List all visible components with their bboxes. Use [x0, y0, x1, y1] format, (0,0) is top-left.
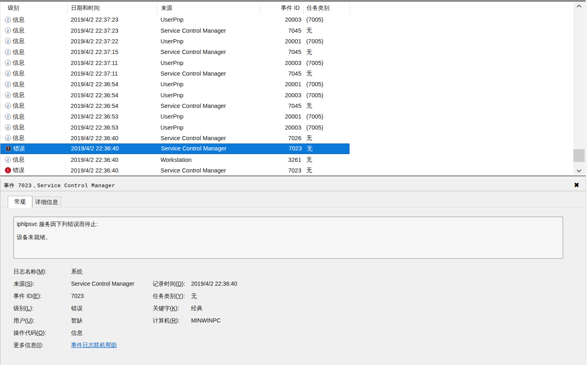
event-id: 7023 [260, 143, 302, 153]
property-label-text: 事件 ID( [13, 293, 34, 299]
table-row[interactable]: i信息2019/4/2 22:37:15Service Control Mana… [0, 47, 350, 57]
property-value: 暂缺 [71, 317, 82, 325]
table-row[interactable]: i信息2019/4/2 22:36:53UserPnp20001(7005) [0, 111, 350, 122]
table-row[interactable]: i信息2019/4/2 22:37:11UserPnp20003(7005) [0, 57, 350, 68]
property-label-text: 计算机( [153, 317, 172, 324]
event-id: 20001 [260, 111, 301, 122]
property-label-text: 级别( [13, 305, 27, 311]
table-row[interactable]: !错误2019/4/2 22:36:40Service Control Mana… [0, 165, 350, 176]
event-task: (7005) [306, 14, 349, 25]
close-detail-pane-button[interactable]: ✖ [571, 181, 582, 190]
event-source: Service Control Manager [160, 133, 258, 143]
property-label: 操作代码(O): [13, 329, 46, 337]
tab-general[interactable]: 常规 [8, 196, 32, 208]
property-label: 用户(U): [13, 317, 34, 325]
event-task: 无 [306, 154, 349, 165]
event-datetime: 2019/4/2 22:37:15 [71, 47, 158, 57]
event-id: 20003 [260, 122, 301, 132]
column-header-task[interactable]: 任务类别 [307, 4, 330, 12]
event-datetime: 2019/4/2 22:36:40 [71, 143, 159, 153]
scroll-down-button[interactable] [573, 168, 585, 175]
table-row[interactable]: !错误2019/4/2 22:36:40Service Control Mana… [0, 143, 350, 154]
scroll-up-button[interactable] [573, 2, 585, 9]
event-source: UserPnp [160, 79, 258, 90]
table-row[interactable]: i信息2019/4/2 22:37:11Service Control Mana… [0, 68, 350, 79]
table-row[interactable]: i信息2019/4/2 22:36:54Service Control Mana… [0, 101, 350, 111]
level-label: 信息 [13, 102, 24, 110]
event-id: 7045 [260, 25, 301, 36]
property-label-text: 记录时间( [153, 280, 178, 287]
property-value: 无 [191, 293, 197, 300]
property-label-text: ): [43, 268, 47, 275]
table-row[interactable]: i信息2019/4/2 22:36:54UserPnp20003(7005) [0, 90, 350, 100]
divider [0, 191, 586, 192]
table-row[interactable]: i信息2019/4/2 22:36:54UserPnp20001(7005) [0, 79, 350, 90]
event-id: 7026 [260, 133, 301, 143]
tab-details[interactable]: 详细信息 [32, 197, 61, 208]
event-datetime: 2019/4/2 22:37:23 [71, 14, 158, 25]
event-source: Service Control Manager [160, 68, 258, 79]
event-datetime: 2019/4/2 22:37:11 [71, 68, 158, 79]
level-label: 信息 [13, 59, 24, 67]
table-row[interactable]: i信息2019/4/2 22:36:40Workstation3261无 [0, 154, 350, 165]
event-task: (7005) [306, 57, 349, 68]
table-row[interactable]: i信息2019/4/2 22:37:23UserPnp20003(7005) [0, 14, 350, 25]
info-icon: i [5, 103, 11, 109]
column-divider[interactable] [260, 4, 260, 14]
table-row[interactable]: i信息2019/4/2 22:36:40Service Control Mana… [0, 133, 350, 143]
event-id: 20003 [260, 57, 301, 68]
property-label: 级别(L): [13, 305, 33, 312]
close-icon: ✖ [574, 181, 579, 189]
event-task: (7005) [306, 36, 349, 47]
level-label: 信息 [13, 81, 24, 88]
info-icon: i [5, 92, 11, 98]
event-task: 无 [307, 143, 349, 153]
scrollbar-thumb[interactable] [573, 149, 585, 162]
column-divider[interactable] [157, 4, 157, 14]
level-label: 信息 [13, 16, 24, 24]
property-label-text: U [27, 317, 31, 324]
event-id: 7023 [260, 165, 301, 176]
property-label-text: Y [178, 293, 181, 299]
property-value: 事件日志联机帮助 [71, 342, 117, 349]
event-datetime: 2019/4/2 22:36:40 [71, 154, 158, 165]
column-header-eventid[interactable]: 事件 ID [281, 4, 300, 12]
property-value: 系统 [71, 268, 82, 275]
event-task: (7005) [306, 111, 349, 122]
event-task: (7005) [306, 122, 349, 132]
column-header-level[interactable]: 级别 [8, 4, 19, 12]
vertical-scrollbar[interactable] [573, 2, 585, 175]
event-task: (7005) [306, 90, 349, 100]
event-datetime: 2019/4/2 22:36:54 [71, 79, 158, 90]
event-list: 级别 日期和时间 来源 事件 ID 任务类别 i信息2019/4/2 22:37… [0, 2, 586, 175]
level-label: 信息 [13, 91, 24, 99]
property-label: 记录时间(D): [153, 280, 185, 288]
column-divider[interactable] [67, 4, 67, 14]
event-source: UserPnp [160, 122, 258, 132]
info-icon: i [5, 70, 11, 76]
property-label-text: ): [43, 329, 47, 336]
column-header-datetime[interactable]: 日期和时间 [71, 4, 100, 12]
property-label-text: ): [181, 293, 185, 299]
level-label: 信息 [13, 48, 24, 56]
column-divider[interactable] [350, 4, 350, 14]
level-label: 错误 [13, 166, 24, 174]
level-label: 错误 [13, 145, 25, 152]
info-icon: i [5, 157, 11, 163]
level-label: 信息 [13, 69, 24, 77]
table-row[interactable]: i信息2019/4/2 22:36:53UserPnp20003(7005) [0, 122, 350, 132]
property-label: 计算机(R): [153, 317, 179, 325]
event-description-box[interactable]: iphlpsvc 服务因下列错误而停止: 设备未就绪。 [13, 217, 563, 259]
event-log-online-help-link[interactable]: 事件日志联机帮助 [71, 342, 117, 348]
property-label-text: O [38, 329, 43, 336]
table-row[interactable]: i信息2019/4/2 22:37:22UserPnp20001(7005) [0, 36, 350, 47]
property-label-text: 日志名称( [13, 268, 38, 275]
table-row[interactable]: i信息2019/4/2 22:37:23Service Control Mana… [0, 25, 350, 36]
event-list-header: 级别 日期和时间 来源 事件 ID 任务类别 [0, 2, 586, 14]
column-divider[interactable] [303, 4, 304, 14]
property-label-text: 更多信息( [13, 342, 38, 348]
column-header-source[interactable]: 来源 [161, 4, 172, 12]
event-source: Service Control Manager [161, 143, 259, 153]
event-id: 20003 [260, 90, 301, 100]
property-value: 7023 [71, 293, 84, 299]
